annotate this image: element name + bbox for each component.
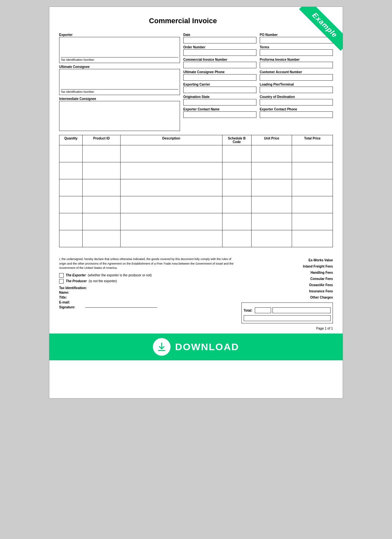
table-row — [59, 230, 333, 247]
proforma-invoice-number-input[interactable] — [260, 62, 333, 68]
exporting-carrier-label: Exporting Carrier — [183, 83, 256, 86]
product-id-cell[interactable] — [83, 145, 121, 162]
commercial-invoice-number-label: Commercial Invoice Number — [183, 58, 256, 61]
schedule-b-cell[interactable] — [222, 230, 251, 247]
download-bar[interactable]: DOWNLOAD — [49, 334, 343, 360]
exporter-tax-id-label: Tax Identification Number: — [61, 57, 178, 61]
date-label: Date — [183, 33, 256, 37]
unit-price-cell[interactable] — [251, 179, 292, 196]
tax-id-label: Tax Identification: — [59, 286, 235, 290]
footer-left: I, the undersigned, hereby declare that … — [59, 257, 235, 323]
order-number-input[interactable] — [183, 49, 256, 56]
qty-cell[interactable] — [59, 145, 83, 162]
unit-price-cell[interactable] — [251, 230, 292, 247]
description-cell[interactable] — [120, 162, 222, 179]
exporter-contact-phone-input[interactable] — [260, 111, 333, 118]
description-cell[interactable] — [120, 145, 222, 162]
origination-state-input[interactable] — [183, 99, 256, 106]
intermediate-consignee-input[interactable] — [61, 103, 178, 129]
unit-price-cell[interactable] — [251, 196, 292, 213]
loading-pier-terminal-input[interactable] — [260, 87, 333, 93]
schedule-b-cell[interactable] — [222, 145, 251, 162]
date-input[interactable] — [183, 37, 256, 43]
unit-price-cell[interactable] — [251, 162, 292, 179]
table-row — [59, 196, 333, 213]
left-column: Exporter Tax Identification Number: Ulti… — [59, 31, 183, 131]
description-cell[interactable] — [120, 196, 222, 213]
origination-state-field-group: Origination State — [183, 93, 256, 106]
ultimate-consignee-phone-field-group: Ultimate Consignee Phone — [183, 68, 256, 81]
ultimate-consignee-phone-input[interactable] — [183, 74, 256, 81]
schedule-b-cell[interactable] — [222, 179, 251, 196]
exporter-contact-phone-field-group: Exporter Contact Phone — [260, 106, 333, 118]
exporter-checkbox[interactable] — [59, 273, 64, 278]
qty-cell[interactable] — [59, 162, 83, 179]
qty-cell[interactable] — [59, 230, 83, 247]
producer-checkbox-desc: (is not the exporter) — [89, 279, 117, 283]
total-price-cell[interactable] — [292, 213, 333, 230]
total-input-second[interactable] — [244, 315, 331, 321]
handling-fees-label: Handling Fees — [241, 270, 333, 276]
exporting-carrier-input[interactable] — [183, 87, 256, 93]
page-title: Commercial Invoice — [59, 17, 307, 25]
schedule-b-cell[interactable] — [222, 196, 251, 213]
total-price-cell[interactable] — [292, 196, 333, 213]
total-input-currency[interactable] — [255, 307, 271, 313]
inland-freight-label: Inland Freight Fees — [241, 263, 333, 270]
customer-account-number-input[interactable] — [260, 74, 333, 81]
unit-price-cell[interactable] — [251, 213, 292, 230]
qty-cell[interactable] — [59, 213, 83, 230]
total-input-value[interactable] — [272, 307, 331, 313]
ultimate-consignee-label: Ultimate Consignee — [59, 65, 180, 69]
qty-cell[interactable] — [59, 196, 83, 213]
commercial-invoice-number-field-group: Commercial Invoice Number — [183, 56, 256, 68]
product-id-cell[interactable] — [83, 196, 121, 213]
schedule-b-cell[interactable] — [222, 162, 251, 179]
total-price-cell[interactable] — [292, 162, 333, 179]
other-charges-label: Other Charges — [241, 294, 333, 301]
consular-fees-label: Consular Fees — [241, 276, 333, 282]
table-row — [59, 145, 333, 162]
total-row-2 — [244, 314, 331, 321]
exporter-input[interactable] — [61, 39, 178, 57]
name-label: Name: — [59, 291, 85, 294]
ex-works-label: Ex-Works Value — [241, 257, 333, 263]
country-of-destination-input[interactable] — [260, 99, 333, 106]
total-price-cell[interactable] — [292, 230, 333, 247]
title-label: Title: — [59, 296, 85, 299]
invoice-table: Quantity Product ID Description Schedule… — [59, 135, 333, 247]
exporter-contact-name-field-group: Exporter Contact Name — [183, 106, 256, 118]
product-id-cell[interactable] — [83, 162, 121, 179]
total-price-cell[interactable] — [292, 179, 333, 196]
producer-checkbox-row: The Producer (is not the exporter) — [59, 279, 235, 284]
ultimate-consignee-input[interactable] — [61, 71, 178, 89]
download-text: DOWNLOAD — [175, 341, 239, 352]
description-cell[interactable] — [120, 213, 222, 230]
commercial-invoice-number-input[interactable] — [183, 62, 256, 68]
product-id-cell[interactable] — [83, 179, 121, 196]
product-id-cell[interactable] — [83, 213, 121, 230]
description-cell[interactable] — [120, 230, 222, 247]
col-header-product-id: Product ID — [83, 135, 121, 145]
exporter-contact-name-input[interactable] — [183, 111, 256, 118]
footer-section: I, the undersigned, hereby declare that … — [59, 257, 333, 323]
product-id-cell[interactable] — [83, 230, 121, 247]
ribbon-text: Example — [299, 7, 343, 51]
producer-checkbox-label: The Producer — [66, 279, 87, 283]
schedule-b-cell[interactable] — [222, 213, 251, 230]
exporter-label: Exporter — [59, 33, 180, 37]
description-cell[interactable] — [120, 179, 222, 196]
total-box: Total: — [241, 302, 333, 323]
exporter-checkbox-label: The Exporter — [66, 273, 86, 277]
qty-cell[interactable] — [59, 179, 83, 196]
producer-checkbox[interactable] — [59, 279, 64, 284]
order-number-field-group: Order Number — [183, 43, 256, 56]
date-field-group: Date — [183, 31, 256, 43]
name-row: Name: — [59, 291, 235, 294]
unit-price-cell[interactable] — [251, 145, 292, 162]
exporter-box: Tax Identification Number: — [59, 37, 180, 63]
invoice-page: Example Commercial Invoice Exporter Tax … — [49, 7, 343, 399]
ultimate-consignee-phone-label: Ultimate Consignee Phone — [183, 70, 256, 74]
total-price-cell[interactable] — [292, 145, 333, 162]
origination-state-label: Origination State — [183, 95, 256, 99]
